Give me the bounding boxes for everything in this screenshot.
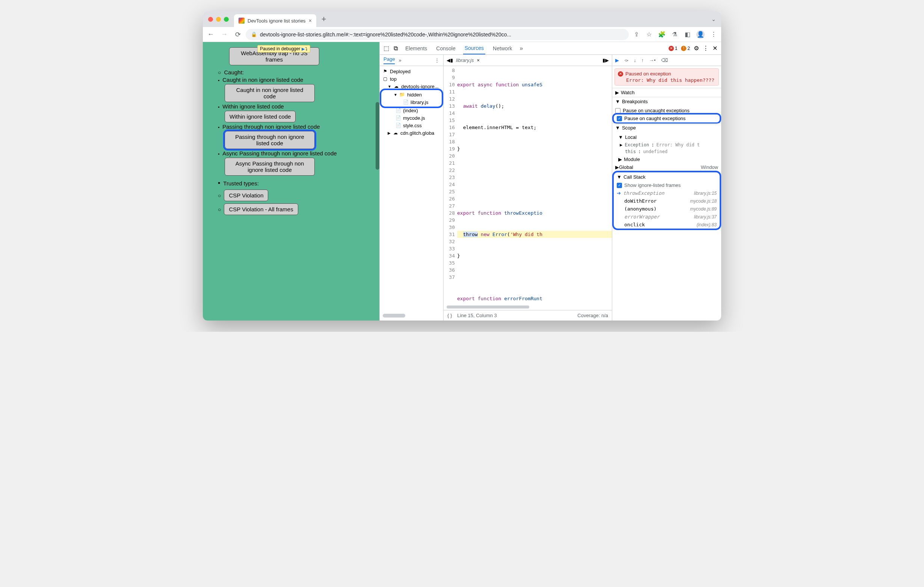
csp-violation-button[interactable]: CSP Violation — [224, 189, 268, 201]
step-out-icon[interactable]: ↑ — [642, 58, 644, 63]
toggle-debugger-icon[interactable]: ▮▶ — [602, 58, 609, 63]
paused-badge-text: Paused in debugger — [260, 46, 300, 51]
error-icon: ✕ — [618, 71, 623, 77]
reload-button[interactable]: ⟳ — [234, 30, 242, 39]
scope-this: this: undefined — [612, 148, 721, 155]
tab-list-chevron-icon[interactable]: ⌄ — [711, 16, 716, 22]
code-lines[interactable]: export async function unsafeS await dela… — [457, 66, 612, 306]
navigator-kebab-icon[interactable]: ⋮ — [435, 58, 439, 63]
source-editor: ◀▮ library.js × ▮▶ 891011121314151617181… — [444, 55, 612, 321]
device-icon[interactable]: ⧉ — [394, 45, 398, 52]
pause-title: Paused on exception — [625, 71, 671, 77]
step-into-icon[interactable]: ↓ — [634, 58, 636, 63]
frame-function: throwException — [623, 190, 665, 196]
tree-deployed[interactable]: ⚑Deployed — [380, 67, 443, 75]
step-over-icon[interactable]: ⤼ — [624, 58, 629, 63]
toggle-navigator-icon[interactable]: ◀▮ — [447, 58, 453, 63]
scope-exception[interactable]: ▶Exception: Error: Why did t — [612, 141, 721, 148]
warning-count-badge[interactable]: !2 — [681, 46, 690, 51]
tab-console[interactable]: Console — [435, 43, 457, 54]
extensions-icon[interactable]: 🧩 — [658, 31, 666, 38]
editor-hscroll[interactable] — [444, 306, 612, 310]
new-tab-button[interactable]: + — [322, 14, 327, 24]
scope-local[interactable]: ▼Local — [612, 133, 721, 141]
async-passing-button[interactable]: Async Passing through non ignore listed … — [224, 158, 315, 176]
address-bar[interactable]: 🔒 devtools-ignore-list-stories.glitch.me… — [246, 29, 629, 40]
maximize-window-icon[interactable] — [224, 17, 229, 22]
resume-button[interactable]: ▶ — [615, 58, 619, 63]
call-stack-frame[interactable]: (anonymous)mycode.js:89 — [614, 205, 719, 213]
editor-filename[interactable]: library.js — [456, 58, 474, 63]
frame-location: (index):83 — [697, 222, 717, 227]
more-tabs-icon[interactable]: » — [520, 45, 523, 52]
passing-through-button[interactable]: Passing through non ignore listed code — [224, 131, 315, 149]
section-scope[interactable]: ▼Scope — [612, 123, 721, 132]
close-window-icon[interactable] — [208, 17, 213, 22]
show-ignore-listed-row[interactable]: ✓Show ignore-listed frames — [614, 181, 719, 189]
devtools-menu-icon[interactable]: ⋮ — [703, 44, 709, 52]
step-icon[interactable]: ⤵ — [305, 46, 308, 51]
close-file-icon[interactable]: × — [477, 58, 480, 63]
tab-sources[interactable]: Sources — [463, 43, 485, 54]
error-count-badge[interactable]: ✕1 — [668, 46, 678, 51]
navigator-page-tab[interactable]: Page — [383, 56, 395, 64]
call-stack-frame[interactable]: onclick(index):83 — [614, 221, 719, 229]
navigator-more-icon[interactable]: » — [399, 58, 401, 63]
bookmark-icon[interactable]: ☆ — [645, 31, 653, 38]
account-icon[interactable]: ◧ — [684, 31, 691, 38]
step-icon[interactable]: →• — [649, 58, 656, 63]
close-tab-icon[interactable]: × — [309, 18, 312, 24]
back-button[interactable]: ← — [206, 30, 215, 39]
share-icon[interactable]: ⇪ — [632, 31, 640, 38]
forward-button[interactable]: → — [220, 30, 228, 39]
scope-module[interactable]: ▶Module — [612, 155, 721, 164]
csp-violation-all-button[interactable]: CSP Violation - All frames — [224, 204, 298, 215]
inspect-icon[interactable]: ⬚ — [383, 44, 389, 52]
tree-cdn[interactable]: ▶☁cdn.glitch.globa — [380, 129, 443, 136]
current-frame-icon: ➔ — [617, 190, 621, 196]
section-watch[interactable]: ▶Watch — [612, 88, 721, 97]
profile-icon[interactable]: 👤 — [696, 30, 705, 39]
bp-caught-row[interactable]: ✓Pause on caught exceptions — [614, 115, 719, 122]
tree-hidden-folder[interactable]: ▼📁hidden — [382, 91, 441, 98]
tree-index-file[interactable]: 📄(index) — [380, 107, 443, 114]
section-call-stack[interactable]: ▼Call Stack — [614, 173, 719, 181]
bp-uncaught-row[interactable]: Pause on uncaught exceptions — [612, 107, 721, 115]
pretty-print-icon[interactable]: { } — [447, 312, 452, 318]
tree-library-file[interactable]: 📄library.js — [382, 98, 441, 106]
checkbox-unchecked-icon[interactable] — [615, 108, 620, 113]
deactivate-breakpoints-icon[interactable]: ⌫ — [661, 58, 668, 63]
browser-tab[interactable]: DevTools ignore list stories × — [234, 14, 316, 27]
tab-network[interactable]: Network — [491, 43, 513, 54]
caught-non-ignore-button[interactable]: Caught in non ignore listed code — [224, 84, 315, 102]
frame-location: mycode.js:18 — [690, 199, 717, 204]
call-stack-frame[interactable]: ➔throwExceptionlibrary.js:15 — [614, 189, 719, 197]
checkbox-checked-icon[interactable]: ✓ — [617, 183, 622, 188]
settings-icon[interactable]: ⚙ — [694, 44, 699, 52]
cursor-position: Line 15, Column 3 — [457, 312, 497, 318]
menu-icon[interactable]: ⋮ — [710, 31, 718, 38]
resume-icon[interactable]: ▶ — [302, 46, 305, 51]
tree-top[interactable]: ▢top — [380, 75, 443, 82]
labs-icon[interactable]: ⚗ — [671, 31, 678, 38]
frame-function: onclick — [624, 222, 645, 227]
close-devtools-icon[interactable]: ✕ — [713, 44, 718, 52]
lock-icon: 🔒 — [251, 31, 257, 37]
minimize-window-icon[interactable] — [216, 17, 221, 22]
section-breakpoints[interactable]: ▼Breakpoints — [612, 97, 721, 106]
call-stack-frame[interactable]: doWithErrormycode.js:18 — [614, 197, 719, 205]
navigator-hscroll[interactable] — [383, 314, 440, 319]
checkbox-checked-icon[interactable]: ✓ — [617, 116, 622, 121]
call-stack-frame[interactable]: errorWrapperlibrary.js:37 — [614, 213, 719, 221]
tree-mycode-file[interactable]: 📄mycode.js — [380, 114, 443, 122]
folder-icon: 📁 — [399, 92, 405, 98]
pause-reason-box: ✕Paused on exception Error: Why did this… — [614, 68, 719, 86]
tab-elements[interactable]: Elements — [404, 43, 429, 54]
within-ignore-button[interactable]: Within ignore listed code — [224, 111, 295, 122]
scope-global[interactable]: ▶ GlobalWindow — [612, 164, 721, 171]
window-titlebar: DevTools ignore list stories × + ⌄ — [203, 11, 721, 27]
tree-style-file[interactable]: 📄style.css — [380, 122, 443, 129]
tree-site[interactable]: ▼☁devtools-ignore... — [380, 82, 443, 90]
cloud-icon: ☁ — [393, 83, 399, 89]
page-scrollbar[interactable] — [376, 102, 380, 169]
